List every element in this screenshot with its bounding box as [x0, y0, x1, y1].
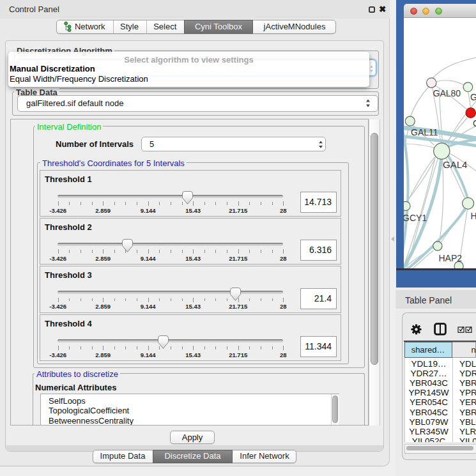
svg-text:HAP2: HAP2 [438, 253, 462, 263]
svg-text:GAL11: GAL11 [411, 127, 438, 137]
svg-text:GAL80: GAL80 [433, 88, 461, 98]
svg-text:GA: GA [470, 92, 476, 102]
svg-text:C: C [473, 118, 476, 128]
svg-text:GAL4: GAL4 [443, 159, 467, 170]
svg-text:GCY1: GCY1 [404, 213, 427, 223]
svg-text:H: H [470, 211, 476, 221]
